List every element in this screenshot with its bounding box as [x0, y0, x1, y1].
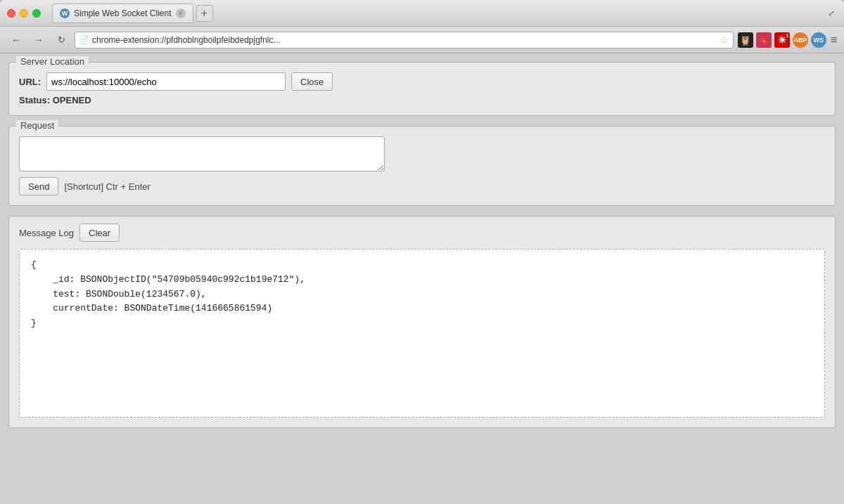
new-tab-button[interactable]: + — [196, 5, 213, 22]
traffic-lights — [7, 9, 41, 18]
adblock-extension-icon[interactable]: ABP — [793, 32, 808, 48]
owl-extension-icon[interactable]: 🦉 — [738, 32, 753, 48]
status-row: Status: OPENED — [19, 95, 825, 105]
message-log-area: { _id: BSONObjectID("54709b05940c992c1b1… — [19, 249, 825, 418]
minimize-window-button[interactable] — [20, 9, 28, 18]
back-button[interactable]: ← — [7, 32, 25, 48]
tab-favicon: W — [60, 8, 70, 18]
nav-bar: ← → ↻ 📄 ☆ 🦉 🔖 ✳1 ABP WS ≡ — [0, 27, 844, 53]
send-button[interactable]: Send — [19, 177, 58, 195]
chrome-menu-icon[interactable]: ≡ — [831, 34, 837, 46]
address-bar-page-icon: 📄 — [79, 35, 89, 44]
close-connection-button[interactable]: Close — [291, 72, 333, 91]
title-bar: W Simple Web Socket Client × + ⤢ — [0, 0, 844, 27]
close-window-button[interactable] — [7, 9, 15, 18]
pocket-extension-icon[interactable]: 🔖 — [756, 32, 772, 48]
tab-title-label: Simple Web Socket Client — [74, 8, 172, 18]
server-location-section: Server Location URL: Close Status: OPENE… — [8, 62, 836, 116]
ws-client-extension-icon[interactable]: WS — [811, 32, 826, 48]
shortcut-hint: [Shortcut] Ctr + Enter — [64, 181, 150, 192]
active-tab[interactable]: W Simple Web Socket Client × — [52, 4, 193, 23]
address-input[interactable] — [92, 35, 717, 45]
request-actions: Send [Shortcut] Ctr + Enter — [19, 177, 825, 195]
message-log-header: Message Log Clear — [19, 224, 825, 242]
server-location-legend: Server Location — [16, 56, 89, 67]
url-label: URL: — [19, 77, 41, 87]
resize-icon: ⤢ — [826, 8, 837, 19]
extension-icons: 🦉 🔖 ✳1 ABP WS — [738, 32, 826, 48]
request-legend: Request — [16, 120, 58, 131]
tab-bar: W Simple Web Socket Client × + — [52, 4, 820, 23]
tab-close-button[interactable]: × — [176, 8, 186, 18]
clear-log-button[interactable]: Clear — [79, 224, 120, 242]
message-log-legend: Message Log — [19, 228, 74, 238]
message-log-section: Message Log Clear { _id: BSONObjectID("5… — [8, 216, 836, 428]
refresh-button[interactable]: ↻ — [52, 32, 70, 48]
lastpass-extension-icon[interactable]: ✳1 — [774, 32, 790, 48]
request-section: Request Send [Shortcut] Ctr + Enter — [8, 126, 836, 206]
maximize-window-button[interactable] — [32, 9, 41, 18]
page-content: Server Location URL: Close Status: OPENE… — [0, 53, 844, 504]
request-textarea[interactable] — [19, 136, 385, 172]
bookmark-star-icon[interactable]: ☆ — [720, 34, 729, 46]
url-input[interactable] — [46, 72, 286, 91]
forward-button[interactable]: → — [30, 32, 48, 48]
server-location-row: URL: Close — [19, 72, 825, 91]
address-bar-container: 📄 ☆ — [75, 32, 734, 49]
status-value: OPENED — [53, 95, 91, 105]
status-label: Status: — [19, 95, 50, 105]
browser-frame: W Simple Web Socket Client × + ⤢ ← → ↻ 📄… — [0, 0, 844, 504]
